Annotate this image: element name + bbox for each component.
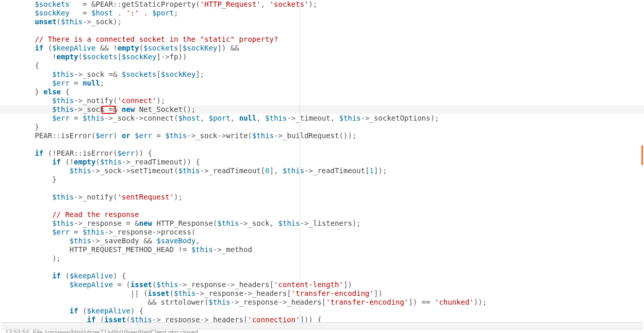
code-line[interactable]: } (0, 175, 644, 184)
code-line[interactable]: $this->_notify('connect'); (0, 96, 644, 105)
code-line[interactable]: HTTP_REQUEST_METHOD_HEAD != $this->_meth… (0, 245, 644, 254)
code-line[interactable]: ); (0, 254, 644, 263)
code-line[interactable]: // Read the response (0, 210, 644, 219)
code-line[interactable]: if ($keepAlive) { (0, 307, 644, 315)
minimap-marker (641, 145, 643, 165)
code-line[interactable]: if (!PEAR::isError($err)) { (0, 149, 644, 158)
code-line[interactable]: $this->_sock->setTimeout($this->_readTim… (0, 166, 644, 175)
code-editor[interactable]: $sockets = &PEAR::getStaticProperty('HTT… (0, 0, 644, 322)
code-line[interactable]: } (0, 123, 644, 131)
code-line[interactable]: $this->_saveBody && $saveBody, (0, 237, 644, 245)
code-line[interactable]: !empty($sockets[$sockKey]->fp)) (0, 53, 644, 61)
code-line[interactable]: if (!empty($this->_readTimeout)) { (0, 158, 644, 166)
code-line[interactable]: $err = $this->_response->process( (0, 228, 644, 237)
code-line[interactable]: $sockets = &PEAR::getStaticProperty('HTT… (0, 0, 644, 9)
code-line[interactable]: if ($keepAlive) { (0, 272, 644, 280)
code-line[interactable]: $sockKey = $host . ':' . $port; (0, 9, 644, 18)
code-line[interactable]: // There is a connected socket in the "s… (0, 35, 644, 44)
code-line[interactable]: && strtolower($this->_response->_headers… (0, 298, 644, 307)
code-line[interactable]: unset($this->_sock); (0, 18, 644, 26)
code-line[interactable]: $keepAlive = (isset($this->_response->_h… (0, 280, 644, 289)
code-line[interactable] (0, 26, 644, 35)
code-line[interactable]: $this->_response = &new HTTP_Response($t… (0, 219, 644, 228)
status-bar-message: 13:53:54: File /var/www/html/vtiger71/vt… (5, 328, 198, 333)
code-line[interactable]: $err = null; (0, 79, 644, 88)
code-line[interactable]: $this->_sock =& new Net_Socket(); (0, 105, 644, 114)
code-line[interactable]: } else { (0, 88, 644, 96)
code-line[interactable]: $this->_sock =& $sockets[$sockKey]; (0, 70, 644, 79)
code-line[interactable]: if ($keepAlive && !empty($sockets[$sockK… (0, 44, 644, 53)
code-line[interactable] (0, 263, 644, 272)
code-line[interactable]: if (isset($this->_response->_headers['co… (0, 315, 644, 322)
code-line[interactable]: $err = $this->_sock->connect($host, $por… (0, 114, 644, 123)
code-line[interactable]: $this->_notify('sentRequest'); (0, 193, 644, 202)
code-line[interactable]: PEAR::isError($err) or $err = $this->_so… (0, 131, 644, 140)
code-line[interactable] (0, 184, 644, 193)
print-margin-guide (300, 0, 300, 322)
code-line[interactable]: || (isset($this->_response->_headers['tr… (0, 289, 644, 298)
code-line[interactable] (0, 140, 644, 149)
code-line[interactable]: { (0, 61, 644, 70)
code-line[interactable] (0, 202, 644, 210)
